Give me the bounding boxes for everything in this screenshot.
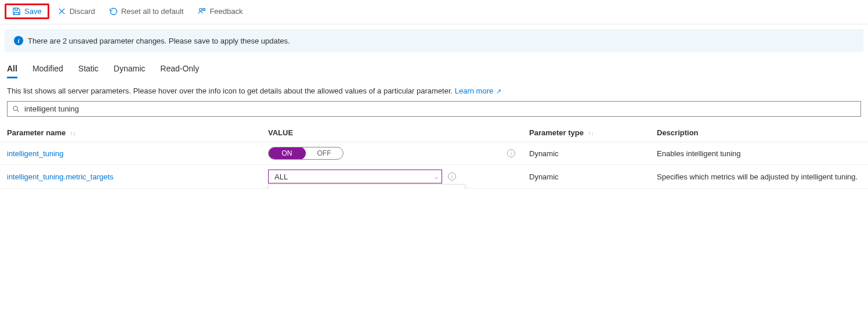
tab-readonly[interactable]: Read-Only [160, 64, 199, 78]
tab-modified[interactable]: Modified [32, 64, 63, 78]
param-desc: Specifies which metrics will be adjusted… [650, 165, 868, 189]
description-text: This list shows all server parameters. P… [7, 87, 455, 95]
info-icon[interactable]: i [507, 149, 515, 157]
feedback-label: Feedback [209, 7, 243, 16]
toolbar: Save Discard Reset all to default Feedba… [0, 0, 868, 24]
param-type: Dynamic [522, 142, 650, 165]
save-label: Save [24, 7, 42, 16]
sort-icon: ↑↓ [70, 130, 76, 136]
external-link-icon: ↗ [494, 88, 501, 95]
dropdown-option[interactable]: STORAGE-BGWRITER_DELAY [269, 187, 465, 189]
info-bar-text: There are 2 unsaved parameter changes. P… [28, 37, 290, 45]
col-header-name[interactable]: Parameter name ↑↓ [0, 124, 261, 142]
search-input[interactable] [23, 104, 856, 114]
col-header-value[interactable]: VALUE [261, 124, 522, 142]
col-header-desc[interactable]: Description [650, 124, 868, 142]
svg-point-1 [13, 106, 17, 110]
tabs: All Modified Static Dynamic Read-Only [0, 52, 868, 78]
reset-button[interactable]: Reset all to default [103, 4, 190, 19]
metric-targets-dropdown: STORAGE-BGWRITER_DELAY STORAGE-CHECKPOIN… [268, 184, 465, 189]
combo-selected: ALL [274, 172, 288, 181]
description: This list shows all server parameters. P… [0, 78, 868, 101]
metric-targets-combo[interactable]: ALL ⌵ STORAGE-BGWRITER_DELAY STORAGE-CHE… [268, 170, 442, 183]
param-type: Dynamic [522, 165, 650, 189]
parameters-table: Parameter name ↑↓ VALUE Parameter type ↑… [0, 124, 868, 189]
feedback-icon [197, 7, 206, 16]
toggle-on-off[interactable]: ON OFF [268, 147, 343, 160]
toggle-on[interactable]: ON [268, 147, 306, 160]
tab-all[interactable]: All [7, 64, 17, 78]
param-name-link[interactable]: intelligent_tuning.metric_targets [7, 172, 114, 181]
save-button[interactable]: Save [5, 3, 49, 19]
search-box[interactable] [7, 101, 861, 117]
svg-point-0 [200, 9, 202, 11]
save-icon [12, 7, 21, 16]
param-desc: Enables intelligent tuning [650, 142, 868, 165]
reset-icon [109, 7, 118, 16]
close-icon [57, 7, 66, 16]
table-row: intelligent_tuning.metric_targets ALL ⌵ … [0, 165, 868, 189]
feedback-button[interactable]: Feedback [191, 4, 248, 19]
info-icon[interactable]: i [448, 172, 456, 181]
table-row: intelligent_tuning ON OFF i Dynamic Enab… [0, 142, 868, 165]
sort-icon: ↑↓ [588, 130, 594, 136]
param-name-link[interactable]: intelligent_tuning [7, 149, 64, 158]
col-header-type[interactable]: Parameter type ↑↓ [522, 124, 650, 142]
chevron-down-icon: ⌵ [435, 174, 438, 180]
toggle-off[interactable]: OFF [305, 147, 343, 159]
tab-dynamic[interactable]: Dynamic [114, 64, 145, 78]
search-icon [12, 105, 20, 113]
learn-more-link[interactable]: Learn more ↗ [455, 87, 502, 95]
discard-button[interactable]: Discard [52, 4, 101, 19]
info-bar: i There are 2 unsaved parameter changes.… [5, 29, 863, 52]
info-icon: i [14, 36, 23, 45]
discard-label: Discard [70, 7, 95, 16]
reset-label: Reset all to default [121, 7, 184, 16]
tab-static[interactable]: Static [78, 64, 99, 78]
